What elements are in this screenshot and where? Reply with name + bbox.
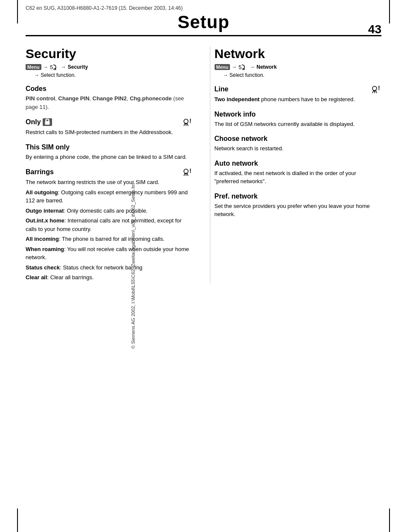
security-column: Security Menu → 5 → Security → Select fu… — [26, 47, 197, 284]
svg-text:!: ! — [189, 168, 192, 174]
page-header: C62 en SUG, A31008-H6880-A1-2-7619 (15. … — [0, 0, 407, 36]
barring-item-1: Outgo internat: Only domestic calls are … — [26, 207, 193, 215]
network-nav-dest: Network — [256, 64, 276, 70]
security-nav-select: → Select function. — [26, 72, 193, 78]
barrings-intro-text: The network barring restricts the use of… — [26, 178, 193, 187]
barring-item-5: Status check: Status check for network b… — [26, 263, 193, 272]
svg-point-9 — [184, 169, 188, 173]
pref-network-section: Pref. network — [215, 193, 382, 200]
page-title: Setup — [26, 12, 381, 32]
choose-network-section: Choose network — [215, 135, 382, 143]
network-nav-icon: 5 — [238, 64, 248, 70]
network-info-title: Network info — [215, 111, 256, 118]
this-sim-only-section: This SIM only — [26, 143, 193, 151]
barrings-items: All outgoing: Outgoing calls except emer… — [26, 188, 193, 282]
barrings-title: Barrings — [26, 168, 54, 176]
svg-line-6 — [184, 124, 185, 126]
only-warn-icon: ! — [182, 118, 193, 126]
svg-line-19 — [372, 91, 373, 93]
auto-network-title: Auto network — [215, 160, 258, 167]
barring-item-4: When roaming: You will not receive calls… — [26, 245, 193, 262]
svg-text:5: 5 — [238, 64, 241, 70]
only-section: Only ! — [26, 118, 193, 126]
svg-line-7 — [187, 124, 188, 126]
only-title: Only — [26, 118, 41, 126]
page-number: 43 — [368, 23, 381, 36]
svg-point-3 — [184, 119, 188, 123]
network-nav-path: Menu → 5 → Network — [215, 64, 382, 70]
network-nav-arrow1: → — [232, 64, 237, 70]
line-text: Two independent phone numbers have to be… — [215, 95, 382, 104]
line-title: Line — [215, 85, 229, 93]
svg-point-16 — [372, 86, 377, 91]
barrings-section: Barrings ! — [26, 168, 193, 176]
network-title: Network — [215, 47, 382, 61]
svg-text:!: ! — [189, 118, 192, 124]
this-sim-only-text: By entering a phone code, the phone can … — [26, 153, 193, 161]
codes-section-title: Codes — [26, 85, 193, 93]
codes-title: Codes — [26, 85, 47, 93]
security-nav-menu: Menu — [26, 64, 41, 70]
security-nav-icon: 5 — [50, 64, 59, 70]
svg-line-12 — [184, 174, 185, 176]
security-nav-dest: Security — [68, 64, 88, 70]
choose-network-title: Choose network — [215, 135, 267, 143]
line-section: Line ! — [215, 85, 382, 94]
svg-text:!: ! — [378, 85, 380, 91]
network-nav-arrow2: → — [250, 64, 255, 70]
barring-item-3: All incoming: The phone is barred for al… — [26, 235, 193, 243]
network-nav-menu: Menu — [215, 64, 230, 70]
security-title: Security — [26, 47, 193, 61]
only-text: Restrict calls to SIM-protected numbers … — [26, 128, 193, 137]
barring-item-6: Clear all: Clear all barrings. — [26, 273, 193, 282]
security-nav-path: Menu → 5 → Security — [26, 64, 193, 70]
svg-rect-2 — [45, 121, 49, 124]
header-meta: C62 en SUG, A31008-H6880-A1-2-7619 (15. … — [26, 5, 183, 11]
line-warn-icon: ! — [370, 85, 381, 94]
pref-network-title: Pref. network — [215, 193, 258, 200]
security-nav-arrow2: → — [61, 64, 66, 70]
network-nav-select: → Select function. — [215, 72, 382, 78]
lock-icon — [43, 118, 52, 126]
auto-network-section: Auto network — [215, 160, 382, 167]
this-sim-only-title: This SIM only — [26, 143, 70, 151]
content-area: Security Menu → 5 → Security → Select fu… — [0, 36, 407, 296]
network-column: Network Menu → 5 → Network → Select func… — [210, 47, 382, 284]
svg-line-20 — [376, 91, 377, 93]
choose-network-text: Network search is restarted. — [215, 144, 382, 153]
pref-network-text: Set the service providers you prefer whe… — [215, 202, 382, 219]
barring-item-0: All outgoing: Outgoing calls except emer… — [26, 188, 193, 205]
barrings-warn-icon: ! — [182, 168, 193, 176]
security-nav-arrow1: → — [43, 64, 48, 70]
svg-text:5: 5 — [50, 64, 53, 70]
sidebar-label: © Siemens AG 2002, I:\Mobil\L55\C62_Zwei… — [131, 138, 136, 394]
barring-item-2: Out.int.x home: International calls are … — [26, 216, 193, 233]
svg-line-13 — [187, 174, 188, 176]
auto-network-text: If activated, the next network is dialle… — [215, 169, 382, 186]
codes-text: PIN control, Change PIN, Change PIN2, Ch… — [26, 94, 193, 111]
network-info-section: Network info — [215, 111, 382, 118]
network-info-text: The list of GSM networks currently avail… — [215, 120, 382, 129]
